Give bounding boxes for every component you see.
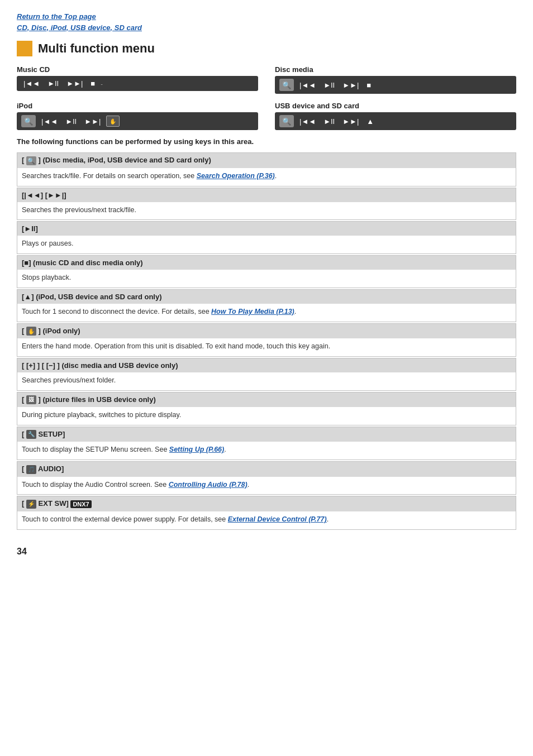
disc-search-btn[interactable]: 🔍 <box>279 79 294 91</box>
eject-desc: Touch for 1 second to disconnect the dev… <box>17 304 516 322</box>
setup-key-icon: 🔧 <box>26 430 36 439</box>
disc-media-controls: 🔍 |◄◄ ►II ►►| ■ <box>275 76 516 94</box>
disc-stop[interactable]: ■ <box>364 80 373 90</box>
music-cd-next[interactable]: ►►| <box>64 79 85 88</box>
audio-key-icon: 🎵 <box>26 465 36 474</box>
ipod-prev[interactable]: |◄◄ <box>39 117 60 126</box>
ipod-hand-btn[interactable]: ✋ <box>106 116 120 127</box>
cd-disc-link[interactable]: CD, Disc, iPod, USB device, SD card <box>17 22 516 34</box>
disc-playpause[interactable]: ►II <box>321 80 337 90</box>
hand-heading: [ ✋ ] (iPod only) <box>17 324 516 339</box>
prevnext-heading: [|◄◄] [►►|] <box>17 188 516 202</box>
disc-prev[interactable]: |◄◄ <box>297 80 318 90</box>
usb-next[interactable]: ►►| <box>340 117 361 126</box>
folder-section: [ [+] ] [ [−] ] (disc media and USB devi… <box>17 358 516 391</box>
disc-media-section: Disc media 🔍 |◄◄ ►II ►►| ■ <box>275 65 516 94</box>
page-number: 34 <box>17 547 516 557</box>
stop-desc: Stops playback. <box>17 270 516 288</box>
search-operation-link[interactable]: Search Operation (P.36) <box>197 172 275 180</box>
media-grid: Music CD |◄◄ ►II ►►| ■ - Disc media 🔍 |◄… <box>17 65 516 130</box>
music-cd-label: Music CD <box>17 65 258 74</box>
page-title: Multi function menu <box>38 41 155 56</box>
ipod-section: iPod 🔍 |◄◄ ►II ►►| ✋ <box>17 102 258 130</box>
picture-heading: [ 🖼 ] (picture files in USB device only) <box>17 393 516 408</box>
disc-next[interactable]: ►►| <box>340 80 361 90</box>
prevnext-desc: Searches the previous/next track/file. <box>17 202 516 220</box>
dnx-badge: DNX7 <box>70 500 91 508</box>
setup-heading: [ 🔧 SETUP] <box>17 427 516 442</box>
ipod-controls: 🔍 |◄◄ ►II ►►| ✋ <box>17 112 258 130</box>
usb-sd-section: USB device and SD card 🔍 |◄◄ ►II ►►| ▲ <box>275 102 516 130</box>
top-links: Return to the Top page CD, Disc, iPod, U… <box>17 11 516 33</box>
music-cd-dash: - <box>101 80 103 87</box>
usb-eject[interactable]: ▲ <box>364 117 376 126</box>
audio-section: [ 🎵 AUDIO] Touch to display the Audio Co… <box>17 461 516 495</box>
intro-text: The following functions can be performed… <box>17 137 516 147</box>
usb-playpause[interactable]: ►II <box>321 117 337 126</box>
setup-desc: Touch to display the SETUP Menu screen. … <box>17 442 516 460</box>
search-heading: [ 🔍 ] (Disc media, iPod, USB device and … <box>17 153 516 168</box>
eject-section: [▲] (iPod, USB device and SD card only) … <box>17 289 516 322</box>
disc-media-label: Disc media <box>275 65 516 74</box>
function-section: [ 🔍 ] (Disc media, iPod, USB device and … <box>17 152 516 530</box>
page-title-row: Multi function menu <box>17 41 516 56</box>
ipod-search-btn[interactable]: 🔍 <box>21 115 36 127</box>
folder-heading: [ [+] ] [ [−] ] (disc media and USB devi… <box>17 358 516 372</box>
how-to-play-link[interactable]: How To Play Media (P.13) <box>211 308 294 315</box>
usb-prev[interactable]: |◄◄ <box>297 117 318 126</box>
extsw-section: [ ⚡ EXT SW] DNX7 Touch to control the ex… <box>17 496 516 529</box>
setup-section: [ 🔧 SETUP] Touch to display the SETUP Me… <box>17 427 516 460</box>
usb-sd-label: USB device and SD card <box>275 102 516 110</box>
hand-key-icon: ✋ <box>26 327 36 336</box>
picture-key-icon: 🖼 <box>26 395 36 404</box>
music-cd-stop[interactable]: ■ <box>88 79 97 88</box>
playpause-desc: Plays or pauses. <box>17 236 516 253</box>
playpause-heading: [►II] <box>17 222 516 236</box>
extsw-desc: Touch to control the external device pow… <box>17 511 516 529</box>
page-title-icon <box>17 41 32 56</box>
prevnext-section: [|◄◄] [►►|] Searches the previous/next t… <box>17 188 516 221</box>
eject-heading: [▲] (iPod, USB device and SD card only) <box>17 290 516 304</box>
search-section: [ 🔍 ] (Disc media, iPod, USB device and … <box>17 152 516 186</box>
controlling-audio-link[interactable]: Controlling Audio (P.78) <box>169 481 248 489</box>
stop-heading: [■] (music CD and disc media only) <box>17 256 516 270</box>
usb-search-btn[interactable]: 🔍 <box>279 115 294 127</box>
hand-desc: Enters the hand mode. Operation from thi… <box>17 338 516 356</box>
picture-desc: During picture playback, switches to pic… <box>17 407 516 425</box>
ipod-playpause[interactable]: ►II <box>63 117 79 126</box>
audio-desc: Touch to display the Audio Control scree… <box>17 477 516 495</box>
search-key-icon: 🔍 <box>26 156 36 165</box>
extsw-heading: [ ⚡ EXT SW] DNX7 <box>17 496 516 511</box>
ext-device-link[interactable]: External Device Control (P.77) <box>228 515 327 523</box>
folder-desc: Searches previous/next folder. <box>17 372 516 390</box>
playpause-section: [►II] Plays or pauses. <box>17 221 516 254</box>
usb-sd-controls: 🔍 |◄◄ ►II ►►| ▲ <box>275 112 516 130</box>
return-top-link[interactable]: Return to the Top page <box>17 11 516 22</box>
picture-section: [ 🖼 ] (picture files in USB device only)… <box>17 392 516 425</box>
extsw-key-icon: ⚡ <box>26 500 36 509</box>
music-cd-controls: |◄◄ ►II ►►| ■ - <box>17 76 258 91</box>
search-desc: Searches track/file. For details on sear… <box>17 168 516 186</box>
audio-heading: [ 🎵 AUDIO] <box>17 462 516 477</box>
setting-up-link[interactable]: Setting Up (P.66) <box>169 446 224 453</box>
ipod-label: iPod <box>17 102 258 110</box>
hand-section: [ ✋ ] (iPod only) Enters the hand mode. … <box>17 323 516 357</box>
music-cd-prev[interactable]: |◄◄ <box>21 79 42 88</box>
ipod-next[interactable]: ►►| <box>82 117 103 126</box>
stop-section: [■] (music CD and disc media only) Stops… <box>17 255 516 288</box>
music-cd-playpause[interactable]: ►II <box>45 79 61 88</box>
music-cd-section: Music CD |◄◄ ►II ►►| ■ - <box>17 65 258 94</box>
